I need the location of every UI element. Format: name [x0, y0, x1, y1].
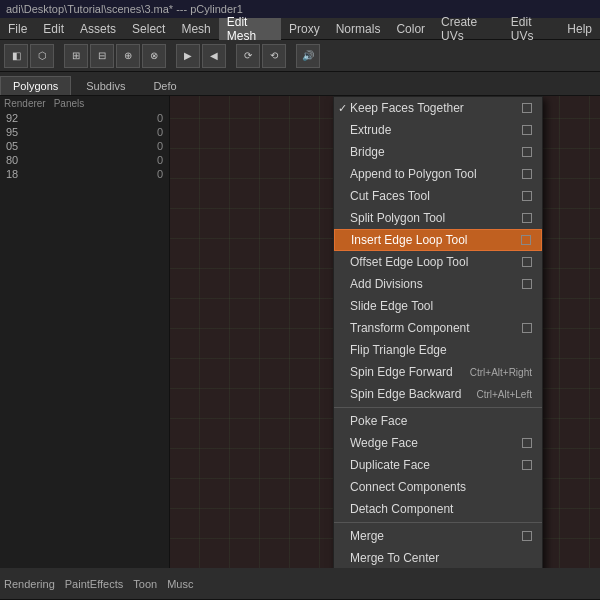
tb-btn-6[interactable]: ⊗ [142, 44, 166, 68]
data-rows: 920950050800180 [0, 111, 169, 181]
dropdown-item-connect-components[interactable]: Connect Components [334, 476, 542, 498]
right-tab-musc[interactable]: Musc [167, 578, 193, 590]
dropdown-option-box[interactable] [522, 279, 532, 289]
tb-btn-3[interactable]: ⊞ [64, 44, 88, 68]
dropdown-option-box[interactable] [522, 438, 532, 448]
dropdown-item-cut-faces-tool[interactable]: Cut Faces Tool [334, 185, 542, 207]
dropdown-item-label: Wedge Face [350, 436, 418, 450]
menu-item-mesh[interactable]: Mesh [173, 18, 218, 40]
menubar: FileEditAssetsSelectMeshEdit MeshProxyNo… [0, 18, 600, 40]
dropdown-item-duplicate-face[interactable]: Duplicate Face [334, 454, 542, 476]
dropdown-item-insert-edge-loop-tool[interactable]: Insert Edge Loop Tool [334, 229, 542, 251]
left-panel: Renderer Panels 920950050800180 [0, 96, 170, 568]
dropdown-item-label: Merge To Center [350, 551, 439, 565]
dropdown-item-poke-face[interactable]: Poke Face [334, 410, 542, 432]
dropdown-item-add-divisions[interactable]: Add Divisions [334, 273, 542, 295]
tb-btn-1[interactable]: ◧ [4, 44, 28, 68]
dropdown-item-offset-edge-loop-tool[interactable]: Offset Edge Loop Tool [334, 251, 542, 273]
menu-item-edituvs[interactable]: Edit UVs [503, 18, 559, 40]
dropdown-item-label: Detach Component [350, 502, 453, 516]
right-tab-painteffects[interactable]: PaintEffects [65, 578, 124, 590]
menu-item-createuvs[interactable]: Create UVs [433, 18, 503, 40]
dropdown-item-merge[interactable]: Merge [334, 525, 542, 547]
menu-item-select[interactable]: Select [124, 18, 173, 40]
menu-item-help[interactable]: Help [559, 18, 600, 40]
dropdown-menu: Keep Faces TogetherExtrudeBridgeAppend t… [333, 96, 543, 568]
dropdown-option-box[interactable] [522, 323, 532, 333]
data-row: 050 [0, 139, 169, 153]
data-row: 180 [0, 167, 169, 181]
data-row: 800 [0, 153, 169, 167]
data-row: 920 [0, 111, 169, 125]
panel-labels: Renderer Panels [0, 96, 169, 111]
dropdown-item-label: Merge [350, 529, 384, 543]
titlebar-text: adi\Desktop\Tutorial\scenes\3.ma* --- pC… [6, 3, 243, 15]
dropdown-item-append-to-polygon-tool[interactable]: Append to Polygon Tool [334, 163, 542, 185]
dropdown-item-label: Extrude [350, 123, 391, 137]
dropdown-item-merge-to-center[interactable]: Merge To Center [334, 547, 542, 568]
dropdown-item-label: Bridge [350, 145, 385, 159]
dropdown-item-wedge-face[interactable]: Wedge Face [334, 432, 542, 454]
dropdown-item-label: Spin Edge Backward [350, 387, 461, 401]
dropdown-item-transform-component[interactable]: Transform Component [334, 317, 542, 339]
tb-btn-10[interactable]: ⟲ [262, 44, 286, 68]
dropdown-item-extrude[interactable]: Extrude [334, 119, 542, 141]
menu-item-assets[interactable]: Assets [72, 18, 124, 40]
tb-btn-5[interactable]: ⊕ [116, 44, 140, 68]
dropdown-option-box[interactable] [522, 169, 532, 179]
dropdown-item-label: Insert Edge Loop Tool [351, 233, 468, 247]
dropdown-shortcut: Ctrl+Alt+Right [470, 367, 532, 378]
dropdown-item-bridge[interactable]: Bridge [334, 141, 542, 163]
dropdown-item-split-polygon-tool[interactable]: Split Polygon Tool [334, 207, 542, 229]
dropdown-option-box[interactable] [521, 235, 531, 245]
dropdown-option-box[interactable] [522, 257, 532, 267]
dropdown-option-box[interactable] [522, 460, 532, 470]
tb-btn-4[interactable]: ⊟ [90, 44, 114, 68]
panels-label: Panels [54, 98, 85, 109]
toolbar2: Rendering PaintEffects Toon Musc [0, 568, 600, 600]
data-row: 950 [0, 125, 169, 139]
dropdown-shortcut: Ctrl+Alt+Left [476, 389, 532, 400]
dropdown-item-label: Slide Edge Tool [350, 299, 433, 313]
tb-btn-2[interactable]: ⬡ [30, 44, 54, 68]
tab-subdivs[interactable]: Subdivs [73, 76, 138, 95]
dropdown-item-keep-faces-together[interactable]: Keep Faces Together [334, 97, 542, 119]
dropdown-option-box[interactable] [522, 103, 532, 113]
tb-btn-8[interactable]: ◀ [202, 44, 226, 68]
dropdown-item-label: Duplicate Face [350, 458, 430, 472]
dropdown-item-label: Split Polygon Tool [350, 211, 445, 225]
menu-item-edit[interactable]: Edit [35, 18, 72, 40]
dropdown-item-flip-triangle-edge[interactable]: Flip Triangle Edge [334, 339, 542, 361]
dropdown-option-box[interactable] [522, 147, 532, 157]
menu-item-file[interactable]: File [0, 18, 35, 40]
viewport[interactable]: Keep Faces TogetherExtrudeBridgeAppend t… [170, 96, 600, 568]
tab-row: PolygonsSubdivsDefo [0, 72, 600, 96]
dropdown-option-box[interactable] [522, 191, 532, 201]
menu-item-color[interactable]: Color [388, 18, 433, 40]
dropdown-item-label: Add Divisions [350, 277, 423, 291]
tb-btn-9[interactable]: ⟳ [236, 44, 260, 68]
dropdown-option-box[interactable] [522, 213, 532, 223]
dropdown-item-detach-component[interactable]: Detach Component [334, 498, 542, 520]
dropdown-item-spin-edge-backward[interactable]: Spin Edge BackwardCtrl+Alt+Left [334, 383, 542, 405]
tb-btn-11[interactable]: 🔊 [296, 44, 320, 68]
menu-item-normals[interactable]: Normals [328, 18, 389, 40]
right-tab-rendering[interactable]: Rendering [4, 578, 55, 590]
dropdown-option-box[interactable] [522, 531, 532, 541]
tab-defo[interactable]: Defo [140, 76, 189, 95]
menu-item-editmesh[interactable]: Edit Mesh [219, 18, 281, 40]
menu-item-proxy[interactable]: Proxy [281, 18, 328, 40]
dropdown-item-label: Flip Triangle Edge [350, 343, 447, 357]
tab-polygons[interactable]: Polygons [0, 76, 71, 95]
right-tab-toon[interactable]: Toon [133, 578, 157, 590]
dropdown-item-slide-edge-tool[interactable]: Slide Edge Tool [334, 295, 542, 317]
dropdown-item-spin-edge-forward[interactable]: Spin Edge ForwardCtrl+Alt+Right [334, 361, 542, 383]
renderer-label: Renderer [4, 98, 46, 109]
tb-btn-7[interactable]: ▶ [176, 44, 200, 68]
dropdown-item-label: Offset Edge Loop Tool [350, 255, 468, 269]
dropdown-option-box[interactable] [522, 125, 532, 135]
dropdown-item-label: Keep Faces Together [350, 101, 464, 115]
dropdown-separator [334, 522, 542, 523]
content-area: Renderer Panels 920950050800180 Keep Fac… [0, 96, 600, 568]
dropdown-item-label: Transform Component [350, 321, 470, 335]
